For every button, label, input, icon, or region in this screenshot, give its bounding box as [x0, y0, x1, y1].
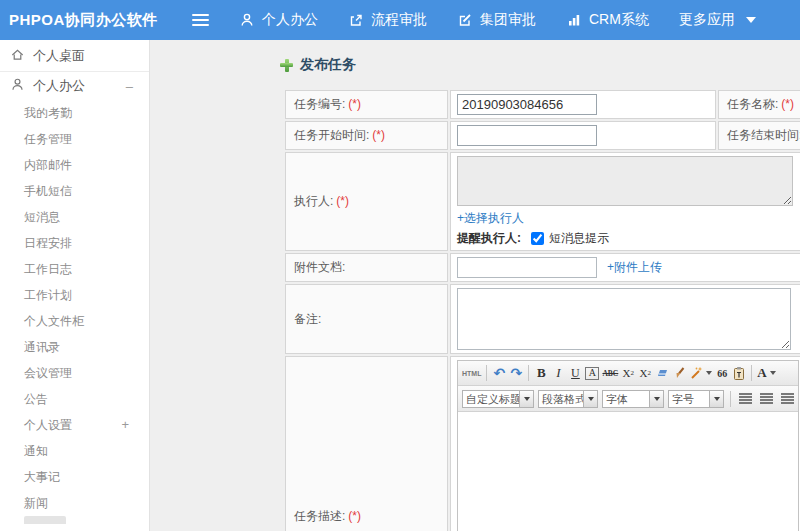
sidebar-item-mobile-sms[interactable]: 手机短信 — [0, 178, 149, 204]
hamburger-icon[interactable] — [192, 14, 209, 27]
align-right-icon[interactable] — [781, 393, 794, 404]
description-label-cell: 任务描述:(*) — [285, 356, 448, 531]
italic-button[interactable]: I — [551, 364, 565, 382]
sidebar-item-short-message[interactable]: 短消息 — [0, 204, 149, 230]
sidebar-item-attendance[interactable]: 我的考勤 — [0, 100, 149, 126]
caret-down-icon — [746, 17, 756, 23]
sidebar-item-notice[interactable]: 通知 — [0, 438, 149, 464]
sidebar-item-label: 任务管理 — [24, 126, 72, 152]
attachment-input[interactable] — [457, 257, 597, 278]
undo-button[interactable]: ↶ — [492, 364, 506, 382]
edit-icon — [457, 12, 473, 28]
rich-text-editor: HTML ↶ ↷ B I U A ABC X2 X2 — [457, 360, 799, 531]
collapse-minus-icon[interactable]: – — [126, 79, 133, 94]
superscript-button[interactable]: X2 — [621, 364, 635, 382]
flow-approval-icon — [348, 12, 364, 28]
font-size-select[interactable]: 字号 — [668, 390, 724, 408]
sup-mark: 2 — [631, 369, 635, 377]
paragraph-format-select[interactable]: 段落格式 — [538, 390, 598, 408]
sidebar-item-desktop[interactable]: 个人桌面 — [0, 40, 149, 72]
underline-button[interactable]: U — [568, 364, 582, 382]
sidebar-item-announcement[interactable]: 公告 — [0, 386, 149, 412]
combo-value: 字号 — [668, 390, 710, 408]
caret-down-icon[interactable] — [650, 390, 664, 408]
required-mark: (*) — [348, 97, 361, 111]
expand-plus-icon[interactable]: + — [121, 412, 129, 438]
sidebar-item-label: 工作计划 — [24, 282, 72, 308]
sidebar-item-personal-settings[interactable]: 个人设置+ — [0, 412, 149, 438]
strikethrough-button[interactable]: ABC — [602, 364, 618, 382]
sidebar-item-task-management[interactable]: 任务管理 — [0, 126, 149, 152]
font-color-letter: A — [757, 365, 766, 381]
attachment-field-cell: +附件上传 — [450, 253, 800, 282]
sidebar-item-label: 短消息 — [24, 204, 60, 230]
bold-button[interactable]: B — [534, 364, 548, 382]
sidebar-item-label: 手机短信 — [24, 178, 72, 204]
sidebar-item-internal-mail[interactable]: 内部邮件 — [0, 152, 149, 178]
align-left-icon[interactable] — [739, 393, 752, 404]
attachment-upload-link[interactable]: +附件上传 — [607, 259, 662, 276]
caret-down-icon[interactable] — [520, 390, 534, 408]
page-title: 发布任务 — [280, 55, 800, 75]
sidebar-item-label: 个人桌面 — [33, 47, 85, 65]
sub-base: X — [640, 367, 648, 379]
blockquote-button[interactable]: 66 — [715, 364, 729, 382]
executor-textarea[interactable] — [457, 156, 793, 206]
html-source-button[interactable]: HTML — [462, 364, 481, 382]
remark-label-cell: 备注: — [285, 284, 448, 354]
field-label: 任务名称: — [727, 97, 778, 111]
font-family-select[interactable]: 字体 — [602, 390, 664, 408]
start-time-input[interactable] — [457, 125, 597, 146]
sms-tip-label: 短消息提示 — [549, 230, 609, 247]
attachment-label-cell: 附件文档: — [285, 253, 448, 282]
paste-text-icon[interactable] — [732, 364, 746, 382]
task-no-input[interactable] — [457, 94, 597, 115]
end-time-label-cell: 任务结束时间:(*) — [718, 121, 800, 150]
nav-personal-office[interactable]: 个人办公 — [239, 11, 318, 29]
remark-textarea[interactable] — [457, 288, 791, 350]
magic-wand-icon[interactable] — [689, 364, 712, 382]
nav-crm[interactable]: CRM系统 — [566, 11, 649, 29]
choose-executor-link[interactable]: +选择执行人 — [457, 210, 524, 227]
sup-base: X — [623, 367, 631, 379]
combo-value: 字体 — [602, 390, 650, 408]
eraser-icon[interactable] — [655, 364, 669, 382]
sidebar-item-meeting[interactable]: 会议管理 — [0, 360, 149, 386]
description-field-cell: HTML ↶ ↷ B I U A ABC X2 X2 — [450, 356, 800, 531]
subscript-button[interactable]: X2 — [638, 364, 652, 382]
nav-group-approval[interactable]: 集团审批 — [457, 11, 536, 29]
sidebar-item-events[interactable]: 大事记 — [0, 464, 149, 490]
nav-flow-approval[interactable]: 流程审批 — [348, 11, 427, 29]
remark-field-cell — [450, 284, 800, 354]
editor-content-area[interactable] — [458, 412, 798, 531]
user-icon — [10, 77, 25, 95]
align-center-icon[interactable] — [760, 393, 773, 404]
task-no-label-cell: 任务编号:(*) — [285, 90, 448, 119]
sidebar-item-contacts[interactable]: 通讯录 — [0, 334, 149, 360]
user-icon — [239, 12, 255, 28]
caret-down-icon[interactable] — [584, 390, 598, 408]
custom-heading-select[interactable]: 自定义标题 — [462, 390, 534, 408]
sms-tip-checkbox[interactable] — [531, 232, 544, 245]
sidebar-item-label: 内部邮件 — [24, 152, 72, 178]
sidebar: 个人桌面 个人办公 – 我的考勤 任务管理 内部邮件 手机短信 短消息 日程安排… — [0, 40, 150, 531]
required-mark: (*) — [372, 128, 385, 142]
field-label: 备注: — [294, 312, 321, 326]
font-frame-button[interactable]: A — [585, 367, 599, 380]
sidebar-item-work-log[interactable]: 工作日志 — [0, 256, 149, 282]
sidebar-item-label: 日程安排 — [24, 230, 72, 256]
task-form: 任务编号:(*) 任务名称:(*) 任务开始时间:(*) 任务结束时间:(*) — [283, 88, 800, 531]
caret-down-icon[interactable] — [710, 390, 724, 408]
sidebar-item-label: 公告 — [24, 386, 48, 412]
sidebar-item-work-plan[interactable]: 工作计划 — [0, 282, 149, 308]
format-brush-icon[interactable] — [672, 364, 686, 382]
redo-button[interactable]: ↷ — [509, 364, 523, 382]
font-color-button[interactable]: A — [757, 364, 775, 382]
required-mark: (*) — [336, 194, 349, 208]
nav-label: 集团审批 — [480, 11, 536, 29]
sidebar-item-news[interactable]: 新闻 — [0, 490, 149, 516]
sidebar-item-schedule[interactable]: 日程安排 — [0, 230, 149, 256]
nav-more-apps[interactable]: 更多应用 — [679, 11, 756, 29]
sidebar-item-file-cabinet[interactable]: 个人文件柜 — [0, 308, 149, 334]
sidebar-group-personal-office[interactable]: 个人办公 – — [0, 72, 149, 100]
